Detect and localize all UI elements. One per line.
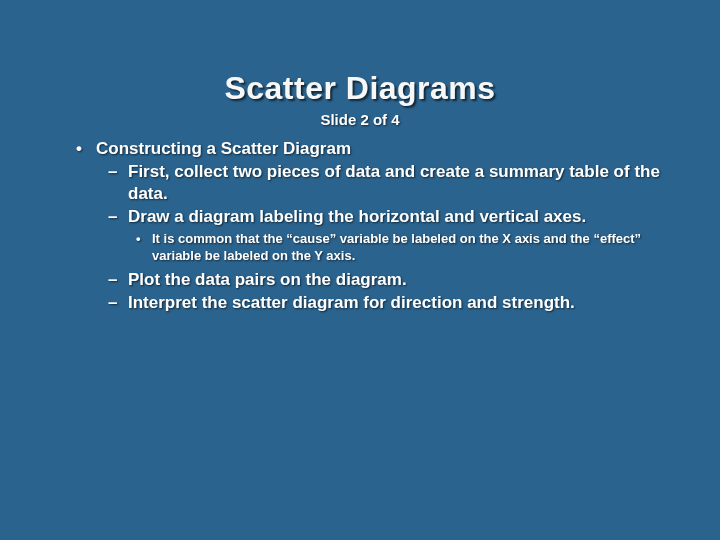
bullet-list: Constructing a Scatter Diagram First, co… — [70, 138, 670, 313]
bullet-l2: Plot the data pairs on the diagram. — [104, 269, 670, 290]
bullet-l3: It is common that the “cause” variable b… — [132, 231, 670, 265]
bullet-text: First, collect two pieces of data and cr… — [128, 162, 660, 202]
bullet-l1: Constructing a Scatter Diagram First, co… — [70, 138, 670, 313]
bullet-text: Interpret the scatter diagram for direct… — [128, 293, 575, 312]
bullet-text: Draw a diagram labeling the horizontal a… — [128, 207, 586, 226]
bullet-l2: First, collect two pieces of data and cr… — [104, 161, 670, 204]
bullet-l2: Interpret the scatter diagram for direct… — [104, 292, 670, 313]
slide-subtitle: Slide 2 of 4 — [50, 111, 670, 128]
bullet-text: It is common that the “cause” variable b… — [152, 231, 641, 263]
bullet-l2: Draw a diagram labeling the horizontal a… — [104, 206, 670, 265]
slide: Scatter Diagrams Slide 2 of 4 Constructi… — [0, 0, 720, 540]
bullet-text: Plot the data pairs on the diagram. — [128, 270, 407, 289]
bullet-text: Constructing a Scatter Diagram — [96, 139, 351, 158]
bullet-sublist: First, collect two pieces of data and cr… — [104, 161, 670, 313]
bullet-subsublist: It is common that the “cause” variable b… — [132, 231, 670, 265]
slide-title: Scatter Diagrams — [50, 70, 670, 107]
